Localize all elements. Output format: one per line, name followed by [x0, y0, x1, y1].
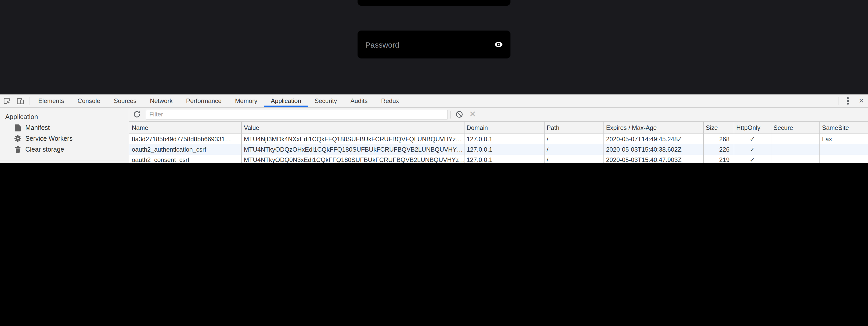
devtools-menu-icon[interactable]: [841, 95, 855, 107]
col-header-size[interactable]: Size: [703, 121, 734, 134]
block-icon[interactable]: [455, 110, 463, 118]
trash-icon: [13, 145, 22, 154]
cookie-table: Name Value Domain Path Expires / Max-Age…: [129, 121, 868, 163]
devtools-panel: Elements Console Sources Network Perform…: [0, 94, 868, 163]
table-row[interactable]: oauth2_consent_csrf MTU4NTkyODQ0N3xEdi1C…: [129, 155, 868, 163]
password-input[interactable]: [358, 40, 510, 49]
application-sidebar: Application Manifest Service Worker: [0, 108, 129, 163]
tab-network[interactable]: Network: [143, 95, 179, 107]
toolbar-separator: [450, 110, 451, 118]
sidebar-item-clear-storage[interactable]: Clear storage: [0, 144, 129, 155]
tab-sources[interactable]: Sources: [107, 95, 143, 107]
col-header-secure[interactable]: Secure: [771, 121, 819, 134]
col-header-samesite[interactable]: SameSite: [819, 121, 868, 134]
sidebar-section-storage: Storage ▶ Local Storage ▶ Session Sto: [0, 160, 129, 163]
checkmark: ✓: [734, 134, 771, 144]
close-devtools-icon[interactable]: ×: [855, 95, 868, 107]
tabbar-separator: [29, 97, 29, 105]
tab-audits[interactable]: Audits: [344, 95, 374, 107]
checkmark: ✓: [734, 144, 771, 155]
col-header-httponly[interactable]: HttpOnly: [734, 121, 771, 134]
section-title: Application: [0, 112, 129, 122]
table-row[interactable]: oauth2_authentication_csrf MTU4NTkyODQzO…: [129, 144, 868, 155]
screen: Elements Console Sources Network Perform…: [0, 0, 868, 163]
clear-icon[interactable]: ✕: [469, 110, 476, 118]
cookies-panel: ✕ Name Value Domain Path Expires / Max-A…: [129, 108, 868, 163]
tab-elements[interactable]: Elements: [32, 95, 71, 107]
cropped-input-field[interactable]: [358, 0, 510, 6]
col-header-name[interactable]: Name: [129, 121, 241, 134]
tab-application[interactable]: Application: [264, 95, 308, 107]
col-header-expires[interactable]: Expires / Max-Age: [603, 121, 703, 134]
sidebar-item-manifest[interactable]: Manifest: [0, 122, 129, 133]
checkmark: ✓: [734, 155, 771, 163]
sidebar-item-service-workers[interactable]: Service Workers: [0, 133, 129, 144]
cookie-table-header: Name Value Domain Path Expires / Max-Age…: [129, 121, 868, 134]
page-background: [0, 0, 868, 94]
tab-performance[interactable]: Performance: [179, 95, 228, 107]
refresh-icon[interactable]: [133, 110, 141, 118]
tab-memory[interactable]: Memory: [228, 95, 264, 107]
col-header-domain[interactable]: Domain: [464, 121, 544, 134]
tab-redux[interactable]: Redux: [374, 95, 406, 107]
eye-icon[interactable]: [494, 40, 503, 49]
document-icon: [13, 124, 22, 132]
password-field-container: [358, 30, 510, 58]
filter-input[interactable]: [146, 109, 448, 119]
tab-security[interactable]: Security: [308, 95, 344, 107]
table-row[interactable]: 8a3d27185b49d7758d8bb669331… MTU4NjI3MDk…: [129, 134, 868, 144]
cookies-toolbar: ✕: [129, 108, 868, 121]
col-header-value[interactable]: Value: [241, 121, 464, 134]
tabbar-separator: [839, 97, 839, 105]
devtools-tabbar: Elements Console Sources Network Perform…: [0, 95, 868, 108]
inspect-element-icon[interactable]: [0, 95, 13, 107]
device-toolbar-icon[interactable]: [13, 95, 27, 107]
tab-console[interactable]: Console: [71, 95, 107, 107]
sidebar-section-application: Application Manifest Service Worker: [0, 108, 129, 160]
col-header-path[interactable]: Path: [544, 121, 603, 134]
gear-icon: [13, 134, 22, 142]
